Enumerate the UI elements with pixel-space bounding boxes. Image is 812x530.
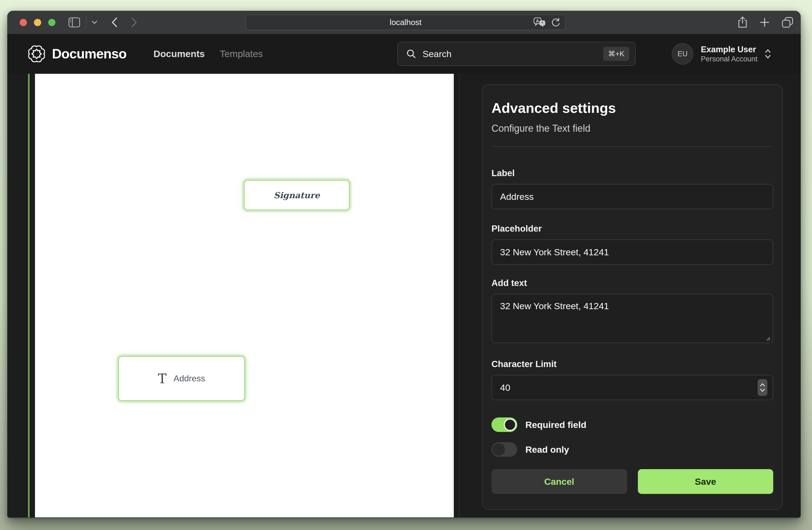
back-button[interactable] — [112, 17, 118, 28]
read-only-toggle[interactable] — [491, 442, 517, 457]
minimize-window-button[interactable] — [34, 19, 41, 26]
forward-button[interactable] — [131, 17, 137, 28]
panel-title: Advanced settings — [491, 100, 773, 116]
svg-text:A: A — [536, 18, 539, 24]
add-text-value: 32 New York Street, 41241 — [500, 301, 609, 311]
zoom-window-button[interactable] — [48, 19, 56, 26]
search-shortcut-badge: ⌘+K — [603, 47, 629, 61]
search-input[interactable]: Search ⌘+K — [397, 42, 636, 66]
panel-subtitle: Configure the Text field — [491, 123, 773, 135]
nav-documents[interactable]: Documents — [154, 48, 205, 59]
cancel-button[interactable]: Cancel — [491, 469, 627, 494]
share-icon[interactable] — [738, 16, 748, 28]
text-field-icon: T — [158, 372, 166, 385]
user-account-type: Personal Account — [701, 55, 757, 64]
add-text-heading: Add text — [491, 278, 773, 289]
save-button[interactable]: Save — [638, 469, 773, 494]
avatar: EU — [672, 43, 693, 65]
chevron-down-icon[interactable] — [91, 20, 98, 24]
browser-toolbar: localhost A * — [7, 11, 801, 34]
brand[interactable]: Documenso — [28, 45, 127, 62]
traffic-lights — [20, 19, 56, 26]
toolbar-divider — [86, 16, 87, 28]
close-window-button[interactable] — [20, 19, 27, 26]
signature-field-label: Signature — [274, 191, 320, 200]
account-menu[interactable]: EU Example User Personal Account — [672, 34, 771, 74]
nav-templates[interactable]: Templates — [220, 48, 263, 59]
active-page-indicator — [28, 74, 30, 517]
placeholder-heading: Placeholder — [491, 223, 773, 234]
address-text-field[interactable]: T Address — [118, 356, 245, 401]
new-tab-icon[interactable] — [760, 17, 769, 27]
chevron-up-down-icon — [764, 49, 771, 59]
label-heading: Label — [491, 168, 773, 179]
svg-text:*: * — [541, 21, 543, 25]
search-icon — [406, 49, 416, 59]
brand-name: Documenso — [52, 46, 127, 62]
browser-window: localhost A * — [7, 11, 801, 518]
panel-divider — [491, 146, 773, 147]
advanced-settings-panel: Advanced settings Configure the Text fie… — [482, 84, 783, 510]
document-page: Signature T Address — [35, 74, 454, 517]
address-bar[interactable]: localhost A * — [245, 15, 566, 30]
label-input[interactable]: Address — [491, 184, 773, 209]
tab-overview-icon[interactable] — [782, 17, 793, 28]
placeholder-input[interactable]: 32 New York Street, 41241 — [491, 239, 773, 265]
address-field-label: Address — [174, 374, 205, 383]
content-area: Signature T Address Advanced settings Co… — [7, 74, 801, 517]
translate-icon[interactable]: A * — [534, 17, 546, 28]
user-name: Example User — [701, 44, 757, 55]
sidebar-toggle-icon[interactable] — [68, 17, 80, 27]
character-limit-value: 40 — [500, 382, 510, 393]
toggle-knob — [504, 419, 516, 431]
character-limit-input[interactable]: 40 — [491, 375, 773, 400]
url-text: localhost — [390, 18, 421, 27]
signature-field[interactable]: Signature — [244, 180, 350, 210]
read-only-label: Read only — [525, 444, 569, 455]
reload-icon[interactable] — [551, 17, 561, 28]
search-placeholder: Search — [423, 49, 603, 59]
required-field-label: Required field — [525, 420, 586, 430]
add-text-textarea[interactable]: 32 New York Street, 41241 — [491, 294, 773, 343]
resize-handle[interactable] — [764, 334, 771, 341]
number-stepper[interactable] — [758, 379, 767, 396]
character-limit-heading: Character Limit — [491, 359, 773, 369]
app-header: Documenso Documents Templates Search ⌘+K… — [7, 34, 801, 74]
main-nav: Documents Templates — [154, 48, 263, 59]
documenso-logo-icon — [28, 45, 45, 62]
required-field-toggle[interactable] — [491, 417, 517, 432]
toggle-knob — [493, 443, 505, 456]
content-divider — [459, 74, 460, 517]
